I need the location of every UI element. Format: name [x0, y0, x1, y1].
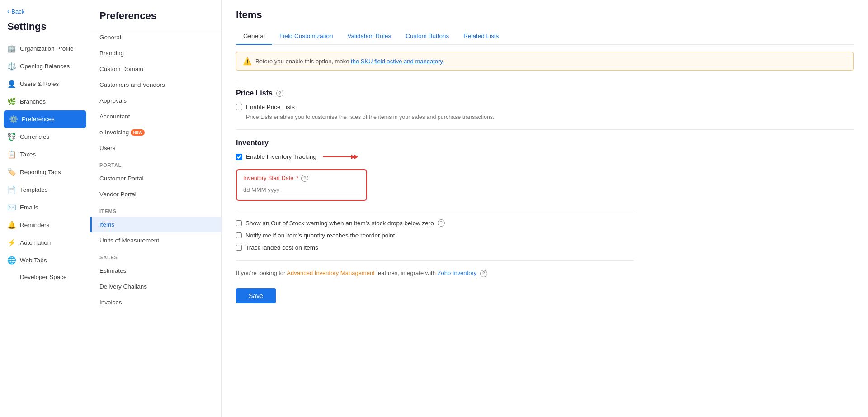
divider-2: [236, 129, 854, 130]
sidebar-item-label: Opening Balances: [20, 63, 70, 70]
warning-icon: ⚠️: [243, 57, 252, 66]
notify-reorder-label[interactable]: Notify me if an item's quantity reaches …: [245, 232, 395, 239]
price-lists-title: Price Lists ?: [236, 89, 854, 97]
new-badge: NEW: [131, 129, 145, 136]
sidebar: Back Settings 🏢 Organization Profile ⚖️ …: [0, 0, 90, 417]
enable-price-lists-row: Enable Price Lists: [236, 104, 854, 110]
sidebar-item-label: Organization Profile: [20, 45, 74, 52]
inventory-title: Inventory: [236, 139, 854, 147]
track-landed-label[interactable]: Track landed cost on items: [245, 244, 318, 251]
back-button[interactable]: Back: [0, 0, 90, 19]
settings-title: Settings: [0, 19, 90, 40]
automation-icon: ⚡: [7, 238, 15, 247]
section-label-portal: PORTAL: [90, 156, 221, 171]
tabs-bar: GeneralField CustomizationValidation Rul…: [236, 28, 854, 45]
out-of-stock-checkbox[interactable]: [236, 220, 242, 226]
mid-item-customers-vendors[interactable]: Customers and Vendors: [90, 77, 221, 93]
sidebar-item-templates[interactable]: 📄 Templates: [0, 181, 90, 199]
track-landed-row: Track landed cost on items: [236, 244, 854, 251]
mid-item-branding[interactable]: Branding: [90, 45, 221, 61]
price-lists-description: Price Lists enables you to customise the…: [246, 114, 854, 120]
sidebar-item-branches[interactable]: 🌿 Branches: [0, 93, 90, 110]
sidebar-item-reminders[interactable]: 🔔 Reminders: [0, 216, 90, 234]
section-label-items: ITEMS: [90, 202, 221, 217]
sidebar-item-label: Templates: [20, 186, 48, 193]
sidebar-item-org-profile[interactable]: 🏢 Organization Profile: [0, 40, 90, 57]
sidebar-item-label: Reporting Tags: [20, 169, 61, 175]
mid-item-accountant[interactable]: Accountant: [90, 109, 221, 124]
sidebar-item-emails[interactable]: ✉️ Emails: [0, 199, 90, 216]
sidebar-item-label: Currencies: [20, 133, 49, 140]
warning-link[interactable]: the SKU field active and mandatory.: [351, 58, 444, 65]
back-label: Back: [11, 8, 24, 15]
divider-3: [236, 210, 634, 210]
out-of-stock-label[interactable]: Show an Out of Stock warning when an ite…: [245, 220, 434, 227]
mid-item-vendor-portal[interactable]: Vendor Portal: [90, 186, 221, 202]
users-roles-icon: 👤: [7, 80, 15, 88]
mid-item-delivery-challans[interactable]: Delivery Challans: [90, 279, 221, 294]
save-button[interactable]: Save: [236, 288, 276, 303]
tab-custom-buttons[interactable]: Custom Buttons: [398, 28, 456, 45]
sidebar-item-taxes[interactable]: 📋 Taxes: [0, 146, 90, 163]
sidebar-item-web-tabs[interactable]: 🌐 Web Tabs: [0, 251, 90, 269]
reporting-tags-icon: 🏷️: [7, 168, 15, 176]
tab-related-lists[interactable]: Related Lists: [456, 28, 506, 45]
sidebar-item-label: Preferences: [22, 116, 55, 123]
enable-tracking-label[interactable]: Enable Inventory Tracking: [246, 153, 316, 160]
currencies-icon: 💱: [7, 133, 15, 141]
web-tabs-icon: 🌐: [7, 256, 15, 265]
sidebar-item-users-roles[interactable]: 👤 Users & Roles: [0, 75, 90, 93]
emails-icon: ✉️: [7, 203, 15, 212]
enable-inventory-checkbox[interactable]: [236, 154, 242, 160]
enable-price-lists-checkbox[interactable]: [236, 104, 242, 110]
notify-reorder-checkbox[interactable]: [236, 232, 242, 238]
mid-item-items[interactable]: Items: [90, 217, 221, 232]
date-label-row: Inventory Start Date * ?: [243, 175, 360, 182]
sidebar-item-preferences[interactable]: ⚙️ Preferences: [4, 110, 86, 128]
middle-panel: Preferences GeneralBrandingCustom Domain…: [90, 0, 222, 417]
sidebar-item-currencies[interactable]: 💱 Currencies: [0, 128, 90, 146]
sidebar-item-opening-balances[interactable]: ⚖️ Opening Balances: [0, 57, 90, 75]
mid-item-general[interactable]: General: [90, 29, 221, 45]
mid-item-custom-domain[interactable]: Custom Domain: [90, 61, 221, 77]
out-of-stock-help-icon[interactable]: ?: [438, 219, 445, 227]
advanced-inventory-link[interactable]: Advanced Inventory Management: [287, 270, 374, 276]
sidebar-item-developer-space[interactable]: Developer Space: [0, 269, 90, 285]
sidebar-item-reporting-tags[interactable]: 🏷️ Reporting Tags: [0, 163, 90, 181]
templates-icon: 📄: [7, 185, 15, 194]
sidebar-item-label: Developer Space: [20, 274, 67, 280]
date-help-icon[interactable]: ?: [301, 175, 308, 182]
main-header: Items GeneralField CustomizationValidati…: [222, 0, 868, 45]
mid-item-invoices[interactable]: Invoices: [90, 294, 221, 310]
mid-item-customer-portal[interactable]: Customer Portal: [90, 171, 221, 186]
sidebar-item-label: Taxes: [20, 151, 36, 158]
sidebar-item-label: Emails: [20, 204, 38, 211]
sidebar-nav: 🏢 Organization Profile ⚖️ Opening Balanc…: [0, 40, 90, 417]
advanced-help-icon[interactable]: ?: [480, 270, 487, 277]
section-label-sales: SALES: [90, 248, 221, 263]
mid-item-units-of-measurement[interactable]: Units of Measurement: [90, 232, 221, 248]
inventory-section: Inventory Enable Inventory Tracking Inve…: [236, 139, 854, 277]
mid-item-users[interactable]: Users: [90, 140, 221, 156]
enable-price-lists-label[interactable]: Enable Price Lists: [246, 104, 295, 110]
tab-field-customization[interactable]: Field Customization: [272, 28, 340, 45]
tab-general[interactable]: General: [236, 28, 272, 45]
mid-item-e-invoicing[interactable]: e-Invoicing NEW: [90, 124, 221, 140]
opening-balances-icon: ⚖️: [7, 62, 15, 71]
sidebar-item-automation[interactable]: ⚡ Automation: [0, 234, 90, 251]
sidebar-item-label: Users & Roles: [20, 81, 59, 87]
required-asterisk: *: [296, 175, 298, 181]
sidebar-item-label: Automation: [20, 239, 51, 246]
notify-reorder-row: Notify me if an item's quantity reaches …: [236, 232, 854, 239]
price-lists-help-icon[interactable]: ?: [276, 90, 283, 97]
divider-1: [236, 80, 854, 80]
inventory-start-date-input[interactable]: [243, 185, 360, 195]
branches-icon: 🌿: [7, 97, 15, 106]
zoho-inventory-link[interactable]: Zoho Inventory: [438, 270, 477, 276]
mid-item-approvals[interactable]: Approvals: [90, 93, 221, 109]
track-landed-checkbox[interactable]: [236, 245, 242, 251]
org-profile-icon: 🏢: [7, 44, 15, 53]
mid-item-estimates[interactable]: Estimates: [90, 263, 221, 279]
price-lists-section: Price Lists ? Enable Price Lists Price L…: [236, 89, 854, 120]
tab-validation-rules[interactable]: Validation Rules: [340, 28, 399, 45]
